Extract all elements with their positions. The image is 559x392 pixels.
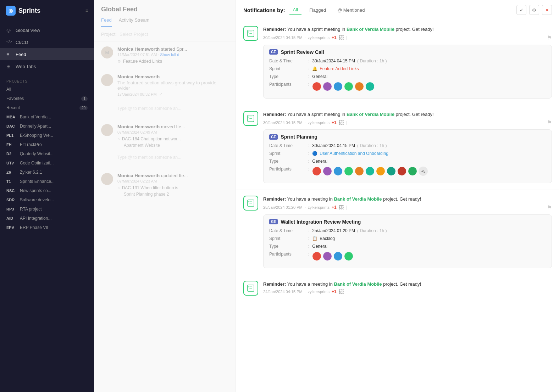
- sidebar-item-favorites[interactable]: Favorites 1: [0, 94, 94, 103]
- sidebar-item-fh[interactable]: FH FitTrackPro: [0, 140, 94, 149]
- sidebar-item-feed[interactable]: ≡ Feed: [0, 48, 94, 60]
- participant-avatar: [344, 82, 353, 91]
- all-label: All: [6, 87, 11, 92]
- feed-mention-input[interactable]: Type @ to mention someone an...: [117, 103, 228, 114]
- sidebar-item-t1[interactable]: T1 Sprints Enhance...: [0, 177, 94, 186]
- notif-plus: +1: [332, 120, 337, 125]
- sidebar-item-dac[interactable]: DAC Donnelly Apart...: [0, 122, 94, 131]
- feed-panel: Global Feed Feed Activity Stream Project…: [94, 0, 236, 392]
- snapshot-icon[interactable]: 🖼: [339, 289, 344, 295]
- z6-label: Zylker 6.2.1: [20, 170, 42, 175]
- card-title: GE Sprint Review Call: [269, 49, 546, 55]
- sidebar-item-rp3[interactable]: RP3 RTA project: [0, 205, 94, 214]
- close-notifications-button[interactable]: ✕: [542, 5, 552, 15]
- notif-dot: ·: [305, 205, 306, 209]
- filter-all-button[interactable]: All: [289, 6, 301, 15]
- notif-plus: +1: [332, 35, 337, 40]
- sprint-link[interactable]: User Authentication and Onboarding: [320, 151, 388, 156]
- divider: |: [346, 205, 347, 210]
- message-suffix: project. Get ready!: [396, 112, 434, 117]
- message-suffix: project. Get ready!: [396, 27, 434, 32]
- flag-icon[interactable]: ⚑: [547, 119, 552, 126]
- card-name: Wallet Integration Review Meeting: [281, 219, 361, 225]
- tab-activity-stream[interactable]: Activity Stream: [119, 17, 150, 27]
- sidebar-item-z6[interactable]: Z6 Zylker 6.2.1: [0, 168, 94, 177]
- feed-item: M Monica Hemsworth started Spr... 11/Mar…: [94, 41, 236, 69]
- sidebar-item-label: CI/CD: [16, 40, 28, 45]
- avatar-row: +5: [312, 167, 428, 176]
- sidebar-item-all[interactable]: All: [0, 85, 94, 94]
- svg-point-2: [101, 74, 113, 86]
- sidebar-item-mba[interactable]: MBA Bank of Verdia...: [0, 112, 94, 122]
- feed-mention-input[interactable]: Type @ to mention someone an...: [117, 152, 228, 163]
- sprint-link[interactable]: Backlog: [320, 236, 335, 241]
- sidebar-item-aid[interactable]: AID API Integration...: [0, 214, 94, 223]
- feed-project-filter[interactable]: Project: Select Project: [94, 27, 236, 41]
- message-suffix: project. Get ready!: [383, 196, 421, 202]
- project-link[interactable]: Bank of Verdia Mobile: [334, 281, 382, 287]
- feed-title: Global Feed: [101, 6, 228, 13]
- main-layout: Global Feed Feed Activity Stream Project…: [94, 0, 559, 392]
- notification-meta: 24/Jan/2024 04:15 PM · zylkersprints +1 …: [263, 289, 552, 295]
- sidebar-item-pl1[interactable]: PL1 E-Shopping We...: [0, 131, 94, 140]
- mark-all-read-button[interactable]: ✓: [516, 5, 526, 15]
- feed-item-title: Monica Hemsworth: [117, 74, 228, 79]
- sidebar-item-nsc[interactable]: NSC New sprints co...: [0, 186, 94, 195]
- notification-content: Reminder: You have a meeting in Bank of …: [263, 196, 552, 269]
- notifications-panel: Notifications by: All Flagged @ Mentione…: [236, 0, 559, 392]
- snapshot-icon[interactable]: 🖼: [339, 35, 344, 40]
- aid-label: API Integration...: [20, 216, 51, 221]
- feed-user-name: Monica Hemsworth: [117, 46, 160, 52]
- filter-mentioned-button[interactable]: @ Mentioned: [334, 6, 369, 14]
- card-title: GE Wallet Integration Review Meeting: [269, 219, 546, 225]
- project-link[interactable]: Bank of Verdia Mobile: [334, 196, 382, 202]
- flag-icon[interactable]: ⚑: [547, 204, 552, 211]
- project-link[interactable]: Bank of Verdia Mobile: [347, 27, 394, 32]
- utv-label: Code Optimizati...: [20, 161, 54, 166]
- sidebar-item-sdr[interactable]: SDR Software develo...: [0, 195, 94, 205]
- feed-item-content: Monica Hemsworth updated Ite... 07/Mar/2…: [117, 173, 228, 197]
- participant-avatar: [312, 167, 321, 176]
- sidebar-item-ci-cd[interactable]: </> CI/CD: [0, 36, 94, 48]
- avatar: M: [101, 46, 113, 58]
- notif-time: 30/Jan/2024 04:15 PM: [263, 35, 303, 40]
- message-suffix: project. Get ready!: [383, 281, 421, 287]
- message-main: You have a meeting in: [287, 196, 334, 202]
- sidebar-item-global-view[interactable]: ◎ Global View: [0, 24, 94, 36]
- sidebar-item-epv[interactable]: EPV ERP Phase VII: [0, 223, 94, 232]
- notif-time: 30/Jan/2024 04:15 PM: [263, 121, 303, 125]
- notifications-settings-button[interactable]: ⚙: [529, 5, 539, 15]
- notifications-body: Reminder: You have a sprint meeting in B…: [236, 20, 559, 392]
- filter-flagged-button[interactable]: Flagged: [306, 6, 330, 14]
- notif-source: zylkersprints: [308, 35, 330, 40]
- snapshot-icon[interactable]: 🖼: [339, 205, 344, 210]
- tab-feed[interactable]: Feed: [101, 17, 112, 27]
- snapshot-icon[interactable]: 🖼: [339, 120, 344, 125]
- notification-meta: 30/Jan/2024 04:15 PM · zylkersprints +1 …: [263, 34, 552, 41]
- card-title: GE Sprint Planning: [269, 134, 546, 140]
- sidebar-toggle-icon[interactable]: ≡: [85, 8, 88, 13]
- sidebar-item-web-tabs[interactable]: ⊞ Web Tabs: [0, 60, 94, 72]
- sidebar-item-utv[interactable]: UTv Code Optimizati...: [0, 158, 94, 168]
- message-main: You have a sprint meeting in: [287, 112, 347, 117]
- feed-item: Monica Hemsworth moved Ite... 07/Mar/202…: [94, 119, 236, 168]
- card-row-datetime: Date & Time : 30/Jan/2024 04:15 PM ( Dur…: [269, 143, 546, 148]
- feed-item-detail2: Apartment Website: [117, 143, 228, 148]
- avatar: [101, 124, 113, 136]
- notification-item: Reminder: You have a sprint meeting in B…: [236, 105, 559, 190]
- participant-avatar: [344, 167, 353, 176]
- sprint-link[interactable]: Feature Added Links: [320, 66, 359, 71]
- notification-meta: 30/Jan/2024 04:15 PM · zylkersprints +1 …: [263, 119, 552, 126]
- notification-message: Reminder: You have a meeting in Bank of …: [263, 196, 552, 203]
- card-row-participants: Participants :: [269, 252, 546, 261]
- sidebar-item-recent[interactable]: Recent 20: [0, 103, 94, 112]
- avatar: [101, 74, 113, 86]
- card-row-type: Type : General: [269, 74, 546, 79]
- feed-action: started Spr...: [161, 46, 187, 52]
- project-link[interactable]: Bank of Verdia Mobile: [347, 112, 394, 117]
- sidebar-item-label: Web Tabs: [16, 64, 36, 69]
- sidebar-item-d2[interactable]: D2 Quaterly Websit...: [0, 149, 94, 158]
- flag-icon[interactable]: ⚑: [547, 34, 552, 41]
- feed-item-content: Monica Hemsworth started Spr... 11/Mar/2…: [117, 46, 228, 64]
- participant-avatar: [355, 167, 364, 176]
